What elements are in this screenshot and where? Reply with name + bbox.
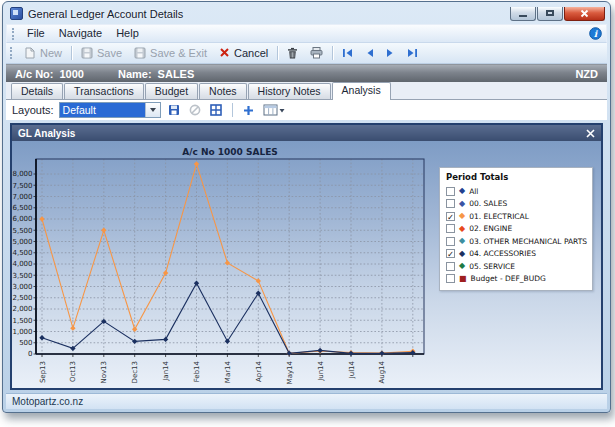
layouts-label: Layouts: <box>12 104 54 116</box>
legend-checkbox[interactable] <box>446 262 455 271</box>
title-bar[interactable]: General Ledger Account Details <box>6 5 607 24</box>
legend-item[interactable]: ◆All <box>446 185 587 198</box>
nav-first-button[interactable] <box>336 47 359 60</box>
new-button[interactable]: New <box>18 46 68 61</box>
svg-text:Nov13: Nov13 <box>100 361 108 384</box>
legend-item[interactable]: ■Budget - DEF_BUDG <box>446 273 587 286</box>
toolbar: New Save Save & Exit Cancel <box>6 43 607 64</box>
legend-item-label: Budget - DEF_BUDG <box>471 274 546 283</box>
legend-checkbox[interactable] <box>446 274 455 283</box>
svg-text:4,500: 4,500 <box>12 249 32 257</box>
save-button[interactable]: Save <box>75 46 128 61</box>
svg-text:Mar14: Mar14 <box>224 360 232 383</box>
save-label: Save <box>97 47 122 59</box>
svg-text:0: 0 <box>28 350 32 358</box>
diamond-marker-icon: ◆ <box>459 262 465 270</box>
add-chart-button[interactable] <box>241 104 256 117</box>
delete-button[interactable] <box>281 46 304 61</box>
legend-item[interactable]: ◆03. OTHER MECHANICAL PARTS <box>446 235 587 248</box>
legend-checkbox[interactable]: ✓ <box>446 212 455 221</box>
close-button[interactable] <box>564 7 605 21</box>
legend-item-label: 01. ELECTRICAL <box>469 212 529 221</box>
svg-text:3,000: 3,000 <box>12 283 32 291</box>
diamond-marker-icon: ◆ <box>459 225 465 233</box>
tab-transactions[interactable]: Transactions <box>64 83 144 99</box>
menu-grip <box>12 28 15 40</box>
maximize-icon <box>546 10 554 16</box>
svg-text:5,500: 5,500 <box>12 227 32 235</box>
svg-text:8,000: 8,000 <box>12 170 32 178</box>
currency-badge: NZD <box>575 68 598 80</box>
legend-item-label: 02. ENGINE <box>469 224 512 233</box>
layouts-separator <box>232 103 233 117</box>
layout-window-button[interactable] <box>208 103 224 117</box>
account-number-value: 1000 <box>60 68 84 80</box>
nav-first-icon <box>342 48 353 58</box>
diamond-marker-icon: ◆ <box>459 237 465 245</box>
status-text: Motopartz.co.nz <box>12 396 83 407</box>
legend-checkbox[interactable] <box>446 187 455 196</box>
legend-item-label: 03. OTHER MECHANICAL PARTS <box>469 237 587 246</box>
nav-last-button[interactable] <box>401 47 424 60</box>
tab-details[interactable]: Details <box>11 83 63 99</box>
window-title: General Ledger Account Details <box>28 8 183 20</box>
tab-analysis[interactable]: Analysis <box>332 82 391 100</box>
tab-strip: DetailsTransactionsBudgetNotesHistory No… <box>6 82 607 100</box>
save-layout-button[interactable] <box>166 103 182 117</box>
legend-title: Period Totals <box>446 172 587 182</box>
svg-text:Sep13: Sep13 <box>39 361 47 383</box>
delete-layout-button[interactable] <box>187 103 203 117</box>
save-exit-icon <box>134 47 146 59</box>
svg-text:1,500: 1,500 <box>12 317 32 325</box>
legend-item[interactable]: ◆05. SERVICE <box>446 260 587 273</box>
legend-item-label: 05. SERVICE <box>469 262 515 271</box>
nav-last-icon <box>407 48 418 58</box>
legend-checkbox[interactable]: ✓ <box>446 249 455 258</box>
legend-checkbox[interactable] <box>446 224 455 233</box>
cancel-button[interactable]: Cancel <box>213 46 274 61</box>
info-icon[interactable]: i <box>589 27 602 40</box>
maximize-button[interactable] <box>537 7 563 21</box>
panel-close-icon[interactable] <box>586 129 595 138</box>
tab-notes[interactable]: Notes <box>199 83 246 99</box>
nav-previous-button[interactable] <box>359 47 380 60</box>
legend-checkbox[interactable] <box>446 199 455 208</box>
panel-header: GL Analysis <box>12 125 601 141</box>
column-chooser-button[interactable] <box>261 103 287 117</box>
window-grid-icon <box>210 104 222 116</box>
window-controls <box>509 7 605 21</box>
diamond-marker-icon: ◆ <box>459 187 465 195</box>
diamond-marker-icon: ◆ <box>459 250 465 258</box>
layout-select[interactable]: Default <box>59 102 161 118</box>
tab-history-notes[interactable]: History Notes <box>248 83 331 99</box>
menu-navigate[interactable]: Navigate <box>52 26 109 41</box>
save-icon <box>81 47 93 59</box>
gl-analysis-panel: GL Analysis A/c No 1000 SALES 05001,0001… <box>10 123 603 390</box>
print-button[interactable] <box>304 46 329 61</box>
layout-select-dropdown-button[interactable] <box>145 103 160 117</box>
svg-text:Oct13: Oct13 <box>69 361 77 382</box>
save-exit-label: Save & Exit <box>150 47 207 59</box>
table-columns-icon <box>263 104 285 116</box>
legend-item[interactable]: ✓◆01. ELECTRICAL <box>446 210 587 223</box>
legend-checkbox[interactable] <box>446 237 455 246</box>
save-exit-button[interactable]: Save & Exit <box>128 46 213 61</box>
toolbar-separator <box>277 46 278 60</box>
legend-item[interactable]: ◆00. SALES <box>446 198 587 211</box>
svg-text:7,000: 7,000 <box>12 193 32 201</box>
app-window: General Ledger Account Details File Navi… <box>2 1 611 413</box>
legend-item[interactable]: ✓◆04. ACCESSORIES <box>446 248 587 261</box>
menu-help[interactable]: Help <box>109 26 146 41</box>
tab-budget[interactable]: Budget <box>145 83 198 99</box>
legend-item[interactable]: ◆02. ENGINE <box>446 223 587 236</box>
menu-file[interactable]: File <box>20 26 52 41</box>
diamond-marker-icon: ◆ <box>459 200 465 208</box>
chart-area: A/c No 1000 SALES 05001,0001,5002,0002,5… <box>12 141 601 388</box>
layouts-toolbar: Layouts: Default <box>6 100 607 120</box>
minimize-button[interactable] <box>510 7 536 21</box>
nav-next-button[interactable] <box>380 47 401 60</box>
legend-item-label: All <box>469 187 478 196</box>
svg-text:1,000: 1,000 <box>12 328 32 336</box>
svg-text:6,000: 6,000 <box>12 215 32 223</box>
svg-text:6,500: 6,500 <box>12 204 32 212</box>
